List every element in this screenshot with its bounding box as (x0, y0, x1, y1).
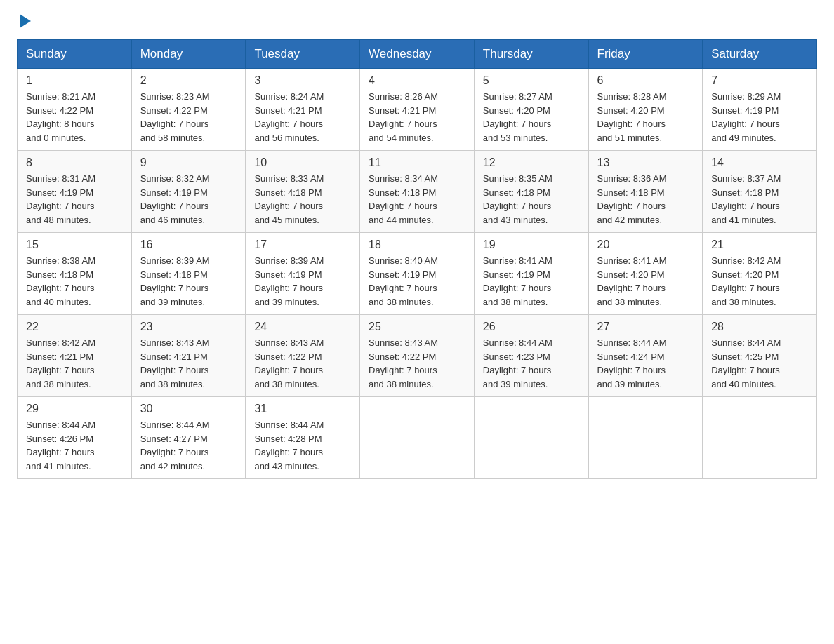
day-info: Sunrise: 8:26 AMSunset: 4:21 PMDaylight:… (369, 90, 465, 145)
calendar-cell: 28Sunrise: 8:44 AMSunset: 4:25 PMDayligh… (703, 315, 817, 397)
header-day-friday: Friday (588, 40, 703, 69)
day-info: Sunrise: 8:39 AMSunset: 4:19 PMDaylight:… (254, 254, 351, 309)
day-number: 24 (254, 321, 351, 333)
week-row-1: 1Sunrise: 8:21 AMSunset: 4:22 PMDaylight… (18, 69, 817, 151)
day-info: Sunrise: 8:44 AMSunset: 4:25 PMDaylight:… (711, 336, 808, 391)
day-number: 27 (597, 321, 694, 333)
calendar-cell: 7Sunrise: 8:29 AMSunset: 4:19 PMDaylight… (703, 69, 817, 151)
day-number: 21 (711, 239, 808, 251)
calendar-body: 1Sunrise: 8:21 AMSunset: 4:22 PMDaylight… (18, 69, 817, 479)
calendar-cell: 20Sunrise: 8:41 AMSunset: 4:20 PMDayligh… (588, 233, 703, 315)
day-number: 18 (369, 239, 465, 251)
day-info: Sunrise: 8:40 AMSunset: 4:19 PMDaylight:… (369, 254, 465, 309)
day-number: 28 (711, 321, 808, 333)
calendar-cell: 13Sunrise: 8:36 AMSunset: 4:18 PMDayligh… (588, 151, 703, 233)
header-day-tuesday: Tuesday (246, 40, 360, 69)
logo (17, 17, 31, 28)
day-number: 5 (483, 74, 580, 87)
day-number: 10 (254, 156, 351, 169)
day-number: 6 (597, 74, 694, 87)
day-info: Sunrise: 8:44 AMSunset: 4:24 PMDaylight:… (597, 336, 694, 391)
day-number: 3 (254, 74, 351, 87)
day-number: 16 (140, 239, 237, 251)
calendar-cell: 24Sunrise: 8:43 AMSunset: 4:22 PMDayligh… (246, 315, 360, 397)
day-info: Sunrise: 8:31 AMSunset: 4:19 PMDaylight:… (26, 172, 123, 227)
calendar-cell (588, 397, 703, 479)
day-info: Sunrise: 8:43 AMSunset: 4:22 PMDaylight:… (254, 336, 351, 391)
week-row-3: 15Sunrise: 8:38 AMSunset: 4:18 PMDayligh… (18, 233, 817, 315)
day-info: Sunrise: 8:32 AMSunset: 4:19 PMDaylight:… (140, 172, 237, 227)
day-info: Sunrise: 8:29 AMSunset: 4:19 PMDaylight:… (711, 90, 808, 145)
day-number: 13 (597, 156, 694, 169)
day-info: Sunrise: 8:21 AMSunset: 4:22 PMDaylight:… (26, 90, 123, 145)
calendar-cell: 21Sunrise: 8:42 AMSunset: 4:20 PMDayligh… (703, 233, 817, 315)
header-row: SundayMondayTuesdayWednesdayThursdayFrid… (18, 40, 817, 69)
day-info: Sunrise: 8:39 AMSunset: 4:18 PMDaylight:… (140, 254, 237, 309)
calendar-cell: 3Sunrise: 8:24 AMSunset: 4:21 PMDaylight… (246, 69, 360, 151)
day-info: Sunrise: 8:35 AMSunset: 4:18 PMDaylight:… (483, 172, 580, 227)
day-info: Sunrise: 8:33 AMSunset: 4:18 PMDaylight:… (254, 172, 351, 227)
day-info: Sunrise: 8:34 AMSunset: 4:18 PMDaylight:… (369, 172, 465, 227)
calendar-cell: 29Sunrise: 8:44 AMSunset: 4:26 PMDayligh… (18, 397, 132, 479)
day-number: 11 (369, 156, 465, 169)
day-info: Sunrise: 8:44 AMSunset: 4:27 PMDaylight:… (140, 418, 237, 473)
day-info: Sunrise: 8:28 AMSunset: 4:20 PMDaylight:… (597, 90, 694, 145)
day-number: 8 (26, 156, 123, 169)
calendar-cell: 9Sunrise: 8:32 AMSunset: 4:19 PMDaylight… (131, 151, 246, 233)
header-day-thursday: Thursday (474, 40, 588, 69)
day-info: Sunrise: 8:36 AMSunset: 4:18 PMDaylight:… (597, 172, 694, 227)
calendar-cell: 4Sunrise: 8:26 AMSunset: 4:21 PMDaylight… (360, 69, 475, 151)
calendar-cell: 10Sunrise: 8:33 AMSunset: 4:18 PMDayligh… (246, 151, 360, 233)
calendar-cell: 12Sunrise: 8:35 AMSunset: 4:18 PMDayligh… (474, 151, 588, 233)
calendar-cell: 19Sunrise: 8:41 AMSunset: 4:19 PMDayligh… (474, 233, 588, 315)
logo-arrow-icon (20, 14, 31, 28)
calendar-cell: 2Sunrise: 8:23 AMSunset: 4:22 PMDaylight… (131, 69, 246, 151)
day-info: Sunrise: 8:43 AMSunset: 4:21 PMDaylight:… (140, 336, 237, 391)
day-number: 19 (483, 239, 580, 251)
day-number: 26 (483, 321, 580, 333)
calendar-cell: 27Sunrise: 8:44 AMSunset: 4:24 PMDayligh… (588, 315, 703, 397)
day-number: 25 (369, 321, 465, 333)
day-info: Sunrise: 8:44 AMSunset: 4:26 PMDaylight:… (26, 418, 123, 473)
day-info: Sunrise: 8:23 AMSunset: 4:22 PMDaylight:… (140, 90, 237, 145)
day-number: 2 (140, 74, 237, 87)
calendar-cell: 23Sunrise: 8:43 AMSunset: 4:21 PMDayligh… (131, 315, 246, 397)
header-day-sunday: Sunday (18, 40, 132, 69)
calendar-cell (474, 397, 588, 479)
day-info: Sunrise: 8:44 AMSunset: 4:28 PMDaylight:… (254, 418, 351, 473)
calendar-cell: 5Sunrise: 8:27 AMSunset: 4:20 PMDaylight… (474, 69, 588, 151)
calendar-cell (703, 397, 817, 479)
calendar-cell: 26Sunrise: 8:44 AMSunset: 4:23 PMDayligh… (474, 315, 588, 397)
day-number: 4 (369, 74, 465, 87)
day-info: Sunrise: 8:38 AMSunset: 4:18 PMDaylight:… (26, 254, 123, 309)
page-header (17, 17, 817, 28)
calendar-cell: 15Sunrise: 8:38 AMSunset: 4:18 PMDayligh… (18, 233, 132, 315)
calendar-cell: 18Sunrise: 8:40 AMSunset: 4:19 PMDayligh… (360, 233, 475, 315)
day-info: Sunrise: 8:41 AMSunset: 4:19 PMDaylight:… (483, 254, 580, 309)
calendar-cell: 1Sunrise: 8:21 AMSunset: 4:22 PMDaylight… (18, 69, 132, 151)
day-number: 23 (140, 321, 237, 333)
day-number: 14 (711, 156, 808, 169)
day-info: Sunrise: 8:27 AMSunset: 4:20 PMDaylight:… (483, 90, 580, 145)
day-number: 7 (711, 74, 808, 87)
day-info: Sunrise: 8:44 AMSunset: 4:23 PMDaylight:… (483, 336, 580, 391)
calendar-cell (360, 397, 475, 479)
calendar-table: SundayMondayTuesdayWednesdayThursdayFrid… (17, 39, 817, 479)
day-number: 31 (254, 403, 351, 415)
week-row-4: 22Sunrise: 8:42 AMSunset: 4:21 PMDayligh… (18, 315, 817, 397)
calendar-cell: 14Sunrise: 8:37 AMSunset: 4:18 PMDayligh… (703, 151, 817, 233)
calendar-header: SundayMondayTuesdayWednesdayThursdayFrid… (18, 40, 817, 69)
day-info: Sunrise: 8:42 AMSunset: 4:21 PMDaylight:… (26, 336, 123, 391)
calendar-cell: 30Sunrise: 8:44 AMSunset: 4:27 PMDayligh… (131, 397, 246, 479)
calendar-cell: 31Sunrise: 8:44 AMSunset: 4:28 PMDayligh… (246, 397, 360, 479)
day-info: Sunrise: 8:41 AMSunset: 4:20 PMDaylight:… (597, 254, 694, 309)
day-number: 1 (26, 74, 123, 87)
day-number: 20 (597, 239, 694, 251)
day-number: 29 (26, 403, 123, 415)
day-number: 22 (26, 321, 123, 333)
day-number: 17 (254, 239, 351, 251)
day-info: Sunrise: 8:42 AMSunset: 4:20 PMDaylight:… (711, 254, 808, 309)
calendar-cell: 6Sunrise: 8:28 AMSunset: 4:20 PMDaylight… (588, 69, 703, 151)
header-day-saturday: Saturday (703, 40, 817, 69)
day-info: Sunrise: 8:24 AMSunset: 4:21 PMDaylight:… (254, 90, 351, 145)
